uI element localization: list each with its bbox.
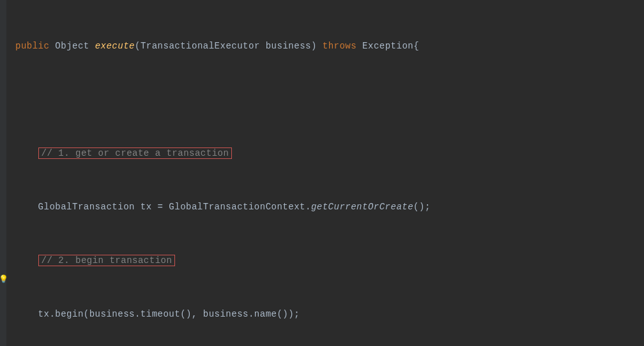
code-line: // 1. get or create a transaction bbox=[15, 144, 644, 162]
intention-bulb-icon[interactable]: 💡 bbox=[0, 271, 6, 278]
method-call-italic: getCurrentOrCreate bbox=[311, 202, 413, 212]
type-object: Object bbox=[55, 41, 89, 51]
keyword-throws: throws bbox=[323, 41, 356, 51]
code-line: GlobalTransaction tx = GlobalTransaction… bbox=[15, 198, 644, 216]
code-line-blank bbox=[15, 91, 644, 109]
keyword-public: public bbox=[15, 41, 49, 51]
param-name: business bbox=[266, 41, 311, 51]
code-line: // 2. begin transaction bbox=[15, 252, 644, 269]
code-text: (); bbox=[413, 202, 431, 212]
editor-gutter bbox=[0, 0, 6, 346]
method-name: execute bbox=[95, 41, 135, 51]
type-exception: Exception bbox=[362, 41, 413, 51]
code-line: tx.begin(business.timeout(), business.na… bbox=[15, 305, 644, 323]
comment-step-1: // 1. get or create a transaction bbox=[38, 147, 233, 159]
code-text: tx.begin(business.timeout(), business.na… bbox=[38, 309, 300, 319]
code-text: GlobalTransaction tx = GlobalTransaction… bbox=[38, 202, 311, 212]
code-line: public Object execute(TransactionalExecu… bbox=[15, 37, 644, 55]
code-editor[interactable]: public Object execute(TransactionalExecu… bbox=[0, 0, 644, 346]
param-type: TransactionalExecutor bbox=[141, 41, 260, 51]
comment-step-2: // 2. begin transaction bbox=[38, 255, 176, 266]
